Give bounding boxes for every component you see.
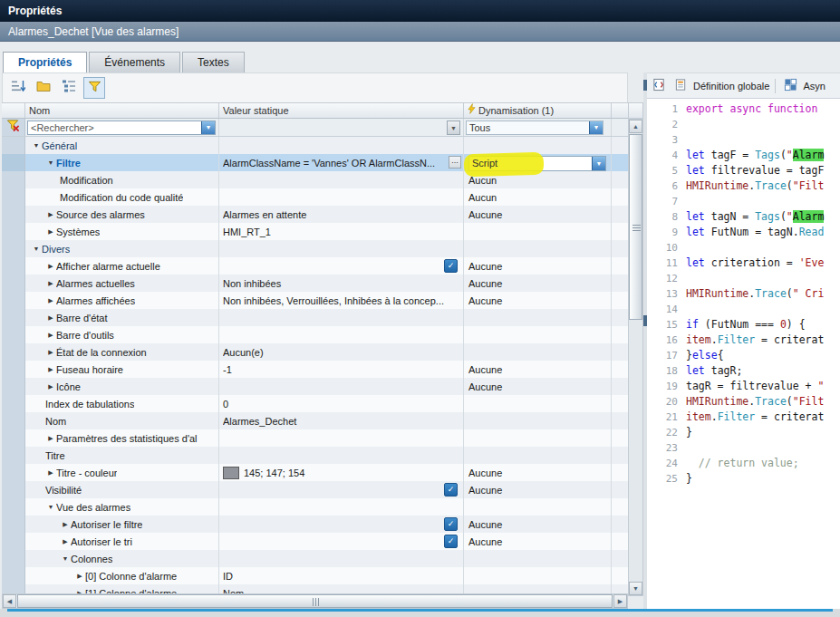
code-line[interactable]: 22} [647,425,840,440]
dynamization-cell[interactable] [464,240,612,257]
property-value-cell[interactable] [219,447,464,464]
expand-arrow-icon[interactable]: ▶ [45,211,56,218]
property-value-cell[interactable]: HMI_RT_1 [219,223,464,240]
expand-arrow-icon[interactable]: ▶ [45,280,56,287]
property-name-cell[interactable]: Titre [25,447,219,464]
code-line[interactable]: 7 [647,194,840,209]
scroll-down-button[interactable]: ▼ [629,582,642,595]
expand-arrow-icon[interactable]: ▶ [60,521,71,528]
script-editor-panel[interactable]: Définition globale Asyn 1export async fu… [647,72,840,609]
dynamization-cell[interactable]: Aucune [464,292,612,309]
dynamization-cell[interactable] [464,567,612,584]
property-value-cell[interactable]: Non inhibées [219,275,464,292]
property-name-cell[interactable]: Visibilité [25,481,219,498]
chevron-down-icon[interactable]: ▼ [592,157,605,170]
property-value-cell[interactable]: -1 [219,361,464,378]
dynamization-cell[interactable]: Aucune [464,516,612,533]
checkbox-checked[interactable]: ✓ [444,259,458,273]
table-row[interactable]: ▶Source des alarmesAlarmes en attenteAuc… [2,206,628,223]
code-line[interactable]: 15if (FutNum === 0) { [647,317,840,333]
property-name-cell[interactable]: ▼Filtre [25,154,219,171]
code-line[interactable]: 13HMIRuntime.Trace(" Cri [647,286,840,302]
dynamization-cell[interactable] [464,498,612,516]
expand-arrow-icon[interactable]: ▶ [45,314,56,322]
property-name-cell[interactable]: ▼Divers [25,240,219,257]
horizontal-scrollbar-thumb[interactable] [17,594,613,608]
code-line[interactable]: 17}else{ [647,348,840,363]
header-nom[interactable]: Nom [25,103,219,118]
dynamization-cell[interactable] [464,584,612,593]
property-name-cell[interactable]: ▶[0] Colonne d'alarme [25,567,219,584]
dynamization-cell[interactable] [464,223,612,240]
code-line[interactable]: 21item.Filter = criterat [647,410,840,425]
scroll-left-button[interactable]: ◀ [3,594,16,608]
expand-arrow-icon[interactable]: ▶ [45,383,56,390]
property-value-cell[interactable] [219,309,464,326]
property-value-cell[interactable]: Alarmes_Dechet [219,412,464,429]
table-row[interactable]: ▶État de la connexionAucun(e) [2,343,628,361]
table-row[interactable]: NomAlarmes_Dechet [2,412,628,429]
property-name-cell[interactable]: ▼Colonnes [25,550,219,567]
property-name-cell[interactable]: ▶[1] Colonne d'alarme [25,584,219,593]
property-name-cell[interactable]: ▶Titre - couleur [25,464,219,481]
table-row[interactable]: ▶Barre d'état [2,309,628,326]
scroll-up-button[interactable]: ▲ [629,120,642,133]
dynamization-cell[interactable]: Aucune [464,275,612,292]
tab-proprietes[interactable]: Propriétés [3,52,87,72]
ellipsis-button[interactable]: ... [449,156,461,169]
property-name-cell[interactable]: ▼Vue des alarmes [25,498,219,516]
script-file-button[interactable] [650,77,668,95]
checkbox-checked[interactable]: ✓ [444,483,458,496]
property-name-cell[interactable]: Index de tabulations [25,395,219,412]
expand-arrow-icon[interactable]: ▶ [45,228,56,236]
property-name-cell[interactable]: ▶Systèmes [25,223,219,240]
table-row[interactable]: Titre [2,447,628,464]
property-value-cell[interactable] [219,240,464,257]
property-grid[interactable]: ▼Général▼FiltreAlarmClassName = 'Vannes'… [2,137,628,593]
table-row[interactable]: ▶Barre d'outils [2,326,628,343]
table-row[interactable]: ▶Autoriser le filtre✓Aucune [2,516,628,533]
code-line[interactable]: 10 [647,240,840,255]
code-line[interactable]: 2 [647,117,840,132]
table-row[interactable]: ▶IcôneAucune [2,378,628,395]
property-name-cell[interactable]: Modification du code qualité [25,188,219,206]
code-line[interactable]: 3 [647,132,840,148]
collapse-arrow-icon[interactable]: ▼ [31,142,42,149]
code-line[interactable]: 16item.Filter = criterat [647,333,840,348]
filter-gutter[interactable] [2,119,25,136]
property-value-cell[interactable] [219,137,464,154]
dynamization-cell[interactable] [464,429,612,447]
property-value-cell[interactable] [219,326,464,343]
table-row[interactable]: Index de tabulations0 [2,395,628,412]
property-value-cell[interactable] [219,171,464,188]
property-name-cell[interactable]: ▶Autoriser le tri [25,533,219,550]
dynamization-cell[interactable] [464,326,612,343]
table-row[interactable]: ▶SystèmesHMI_RT_1 [2,223,628,240]
dynamization-filter-combobox[interactable]: Tous ▼ [466,121,603,135]
property-name-cell[interactable]: ▶Source des alarmes [25,206,219,223]
code-line[interactable]: 11let criteration = 'Eve [647,255,840,271]
expand-arrow-icon[interactable]: ▶ [74,573,85,580]
chevron-down-icon[interactable]: ▼ [589,121,603,134]
dynamization-cell[interactable]: Aucune [464,378,612,395]
horizontal-scrollbar[interactable]: ◀ ▶ [2,593,628,609]
code-line[interactable]: 5let filtrevalue = tagF [647,163,840,178]
async-button[interactable] [781,77,799,95]
checkbox-checked[interactable]: ✓ [444,535,458,548]
vertical-scrollbar[interactable]: ▲ ▼ [628,119,643,596]
sort-button[interactable] [7,77,29,99]
value-filter-dropdown-button[interactable]: ▼ [447,121,460,135]
expand-arrow-icon[interactable]: ▶ [60,538,71,545]
collapse-arrow-icon[interactable]: ▼ [31,246,42,252]
filter-toggle-button[interactable] [83,77,105,99]
vertical-scrollbar-thumb[interactable] [629,134,642,320]
dynamization-cell[interactable]: Aucune [464,206,612,223]
property-name-cell[interactable]: ▶Alarmes actuelles [25,275,219,292]
code-line[interactable]: 23 [647,440,840,456]
property-value-cell[interactable]: ✓ [219,533,464,550]
code-line[interactable]: 9let FutNum = tagN.Read [647,225,840,240]
tree-view-button[interactable] [58,77,80,99]
dynamization-cell[interactable]: Aucun [464,188,612,206]
table-row[interactable]: ▼Vue des alarmes [2,498,628,516]
tab-evenements[interactable]: Événements [89,52,180,72]
